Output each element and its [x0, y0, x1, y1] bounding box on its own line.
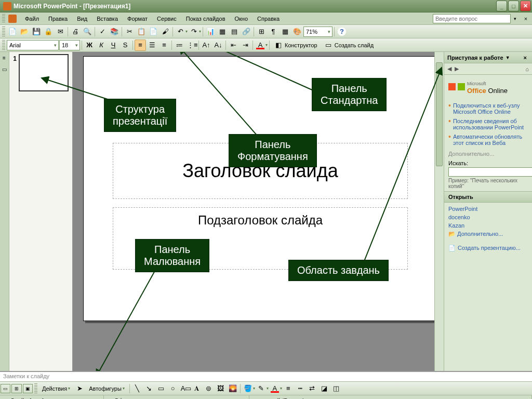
- font-size-combo[interactable]: 18: [59, 40, 80, 50]
- fill-dropdown[interactable]: ▾: [253, 386, 255, 391]
- slideshow-view-button[interactable]: ▣: [23, 384, 33, 393]
- email-button[interactable]: ✉: [55, 26, 66, 37]
- vertical-scrollbar[interactable]: [434, 52, 444, 371]
- new-button[interactable]: 📄: [7, 26, 18, 37]
- textbox-button[interactable]: A▭: [179, 383, 191, 394]
- notes-pane[interactable]: Заметки к слайду: [0, 371, 532, 381]
- line-button[interactable]: ╲: [131, 383, 143, 394]
- spellcheck-button[interactable]: ✓: [97, 26, 108, 37]
- create-presentation-link[interactable]: 📄 Создать презентацию...: [444, 241, 532, 256]
- close-button[interactable]: ✕: [520, 1, 531, 11]
- link-update[interactable]: Автоматически обновлять этот список из В…: [448, 132, 528, 148]
- scroll-thumb[interactable]: [436, 62, 443, 166]
- font-color-dropdown-draw[interactable]: ▾: [280, 386, 282, 391]
- redo-dropdown[interactable]: ▾: [199, 29, 201, 34]
- arrow-style-button[interactable]: ⇄: [307, 383, 318, 394]
- menu-insert[interactable]: Вставка: [92, 15, 122, 23]
- wordart-button[interactable]: 𝐀: [191, 383, 203, 394]
- help-button[interactable]: ?: [336, 26, 348, 37]
- font-color-button[interactable]: A: [255, 39, 266, 51]
- taskpane-close-button[interactable]: ×: [522, 55, 529, 61]
- menu-view[interactable]: Вид: [73, 15, 91, 23]
- increase-font-button[interactable]: A↑: [201, 39, 212, 51]
- grid-button[interactable]: ▦: [280, 26, 291, 37]
- align-center-button[interactable]: ☰: [147, 39, 158, 51]
- bold-button[interactable]: Ж: [84, 39, 95, 51]
- open-more[interactable]: Дополнительно...: [448, 230, 528, 238]
- designer-button[interactable]: ◧Конструктор: [271, 41, 321, 49]
- recent-file[interactable]: PowerPoint: [448, 205, 528, 213]
- align-right-button[interactable]: ≡: [158, 39, 170, 51]
- bullets-button[interactable]: ⋮≡: [185, 39, 197, 51]
- recent-file[interactable]: docenko: [448, 213, 528, 221]
- fill-color-button[interactable]: 🪣: [242, 383, 254, 394]
- expand-button[interactable]: ⊞: [256, 26, 267, 37]
- normal-view-button[interactable]: ▭: [1, 384, 10, 393]
- decrease-font-button[interactable]: A↓: [212, 39, 224, 51]
- save-button[interactable]: 💾: [31, 26, 42, 37]
- table-button[interactable]: ▦: [217, 26, 228, 37]
- slides-tab[interactable]: ▭: [0, 64, 8, 74]
- open-button[interactable]: 📂: [19, 26, 30, 37]
- format-painter-button[interactable]: 🖌: [159, 26, 171, 37]
- autoshapes-menu[interactable]: Автофигуры▾: [86, 385, 128, 392]
- hyperlink-button[interactable]: 🔗: [241, 26, 252, 37]
- 3d-style-button[interactable]: ◫: [330, 383, 342, 394]
- menu-help[interactable]: Справка: [253, 15, 284, 23]
- increase-indent-button[interactable]: ⇥: [240, 39, 251, 51]
- font-color-button-draw[interactable]: A: [269, 383, 281, 394]
- doc-close-button[interactable]: ×: [522, 16, 530, 22]
- link-news[interactable]: Последние сведения об использовании Powe…: [448, 116, 528, 132]
- nav-forward-icon[interactable]: ▶: [455, 65, 459, 72]
- link-more[interactable]: Дополнительно...: [444, 150, 532, 158]
- print-button[interactable]: 🖨: [70, 26, 81, 37]
- undo-button[interactable]: ↶: [175, 26, 186, 37]
- link-connect[interactable]: Подключиться к веб-узлу Microsoft Office…: [448, 101, 528, 116]
- undo-dropdown[interactable]: ▾: [185, 29, 188, 34]
- outline-tab[interactable]: ≡: [0, 53, 8, 62]
- nav-home-icon[interactable]: ⌂: [525, 66, 529, 72]
- zoom-combo[interactable]: 71%: [303, 26, 332, 37]
- permission-button[interactable]: 🔒: [43, 26, 54, 37]
- taskpane-dropdown-icon[interactable]: ▼: [506, 55, 510, 60]
- line-color-button[interactable]: ✎: [256, 383, 267, 394]
- new-slide-button[interactable]: ▭Создать слайд: [321, 41, 377, 49]
- rectangle-button[interactable]: ▭: [155, 383, 167, 394]
- arrow-button[interactable]: ↘: [143, 383, 155, 394]
- shadow-style-button[interactable]: ◪: [318, 383, 330, 394]
- font-color-dropdown[interactable]: ▾: [265, 43, 268, 47]
- color-button[interactable]: 🎨: [291, 26, 303, 37]
- show-formatting-button[interactable]: ¶: [268, 26, 279, 37]
- slide-thumbnail[interactable]: [19, 54, 69, 91]
- minimize-button[interactable]: _: [496, 1, 507, 11]
- menu-slideshow[interactable]: Показ слайдов: [182, 15, 230, 23]
- cut-button[interactable]: ✂: [124, 26, 135, 37]
- chart-button[interactable]: 📊: [205, 26, 216, 37]
- maximize-button[interactable]: □: [508, 1, 519, 11]
- line-color-dropdown[interactable]: ▾: [267, 386, 269, 391]
- menu-tools[interactable]: Сервис: [153, 15, 181, 23]
- nav-back-icon[interactable]: ◀: [447, 65, 451, 72]
- sorter-view-button[interactable]: ⊞: [11, 384, 21, 393]
- ask-question-input[interactable]: [433, 14, 511, 23]
- align-left-button[interactable]: ≡: [135, 39, 146, 51]
- menu-format[interactable]: Формат: [123, 15, 152, 23]
- draw-actions-menu[interactable]: Действия▾: [39, 385, 73, 392]
- decrease-indent-button[interactable]: ⇤: [228, 39, 239, 51]
- research-button[interactable]: 📚: [109, 26, 120, 37]
- menu-file[interactable]: Файл: [21, 15, 43, 23]
- ask-dropdown-icon[interactable]: ▾: [512, 16, 518, 21]
- underline-button[interactable]: Ч: [108, 39, 119, 51]
- menu-window[interactable]: Окно: [231, 15, 252, 23]
- select-button[interactable]: ➤: [74, 383, 85, 394]
- copy-button[interactable]: 📋: [136, 26, 147, 37]
- paste-button[interactable]: 📄: [148, 26, 159, 37]
- search-input[interactable]: [448, 167, 532, 177]
- clipart-button[interactable]: 🖼: [215, 383, 227, 394]
- line-style-button[interactable]: ≡: [283, 383, 294, 394]
- diagram-button[interactable]: ⊚: [203, 383, 215, 394]
- shadow-button[interactable]: S: [119, 39, 131, 51]
- font-name-combo[interactable]: Arial: [7, 40, 59, 50]
- preview-button[interactable]: 🔍: [82, 26, 93, 37]
- dash-style-button[interactable]: ┅: [295, 383, 306, 394]
